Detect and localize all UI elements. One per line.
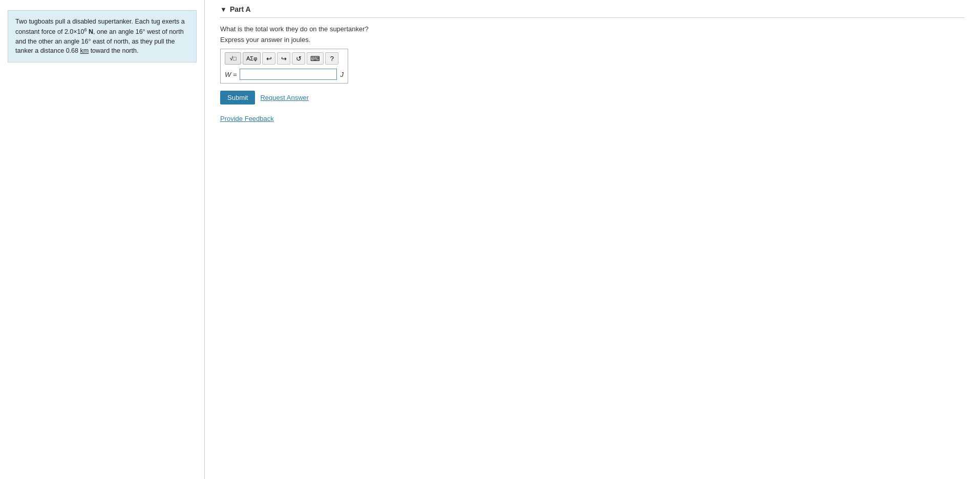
- math-toolbar: √□ AΣφ ↩ ↪ ↺ ⌨ ?: [225, 52, 344, 65]
- keyboard-button[interactable]: ⌨: [307, 52, 324, 65]
- undo-icon: ↩: [266, 55, 272, 63]
- collapse-arrow-icon[interactable]: ▼: [220, 6, 227, 13]
- keyboard-icon: ⌨: [310, 55, 320, 63]
- answer-unit: J: [340, 71, 344, 78]
- page-layout: Two tugboats pull a disabled supertanker…: [0, 0, 980, 479]
- action-row: Submit Request Answer: [220, 91, 965, 105]
- part-title: Part A: [230, 5, 251, 13]
- right-panel: ▼ Part A What is the total work they do …: [205, 0, 980, 479]
- redo-icon: ↪: [281, 55, 287, 63]
- greek-icon: AΣφ: [246, 55, 257, 61]
- sqrt-icon: √□: [230, 55, 237, 61]
- math-sqrt-button[interactable]: √□: [225, 52, 241, 65]
- part-header: ▼ Part A: [220, 5, 965, 18]
- left-panel: Two tugboats pull a disabled supertanker…: [0, 0, 205, 479]
- math-editor: √□ AΣφ ↩ ↪ ↺ ⌨ ?: [220, 49, 348, 84]
- reset-icon: ↺: [296, 55, 302, 63]
- greek-symbols-button[interactable]: AΣφ: [243, 52, 261, 65]
- answer-input[interactable]: [240, 69, 337, 80]
- undo-button[interactable]: ↩: [262, 52, 275, 65]
- provide-feedback-link[interactable]: Provide Feedback: [220, 115, 274, 122]
- instruction-text: Express your answer in joules.: [220, 36, 965, 44]
- question-text: What is the total work they do on the su…: [220, 25, 965, 33]
- problem-box: Two tugboats pull a disabled supertanker…: [8, 10, 197, 63]
- help-button[interactable]: ?: [325, 52, 338, 65]
- request-answer-link[interactable]: Request Answer: [260, 94, 309, 101]
- answer-label: W =: [225, 71, 237, 78]
- help-icon: ?: [330, 55, 334, 63]
- redo-button[interactable]: ↪: [277, 52, 290, 65]
- reset-button[interactable]: ↺: [292, 52, 305, 65]
- problem-text: Two tugboats pull a disabled supertanker…: [15, 18, 185, 54]
- answer-row: W = J: [225, 69, 344, 80]
- submit-button[interactable]: Submit: [220, 91, 255, 105]
